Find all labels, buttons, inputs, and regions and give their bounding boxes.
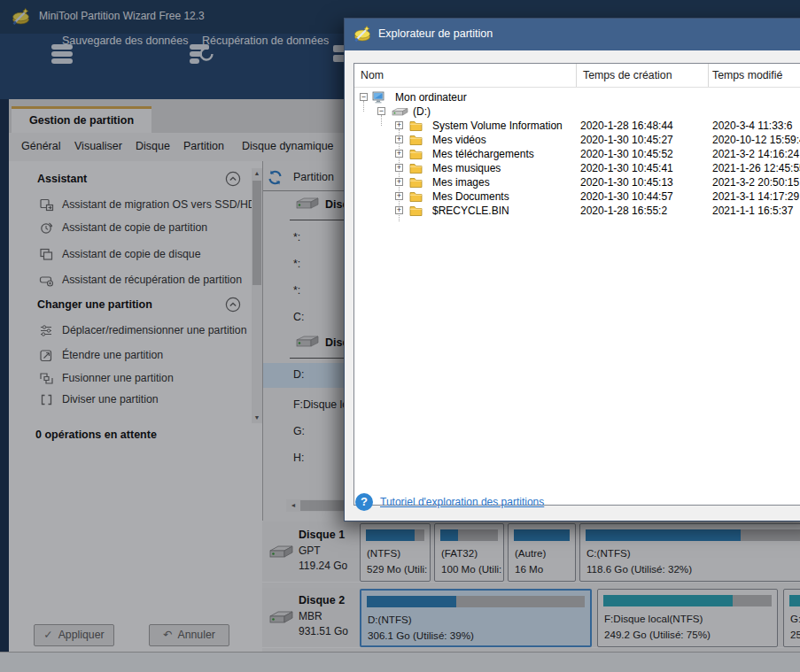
expand-toggle[interactable]: + <box>395 121 403 129</box>
tree-label: Mes musiques <box>432 162 501 174</box>
expand-toggle[interactable]: + <box>395 150 403 158</box>
expand-toggle[interactable]: + <box>395 206 403 214</box>
tree-row-folder[interactable]: + Mes musiques 2020-1-30 10:45:41 2021-1… <box>354 161 800 175</box>
modified-time: 2020-3-4 11:33:6 <box>712 120 793 132</box>
created-time: 2020-1-28 16:55:2 <box>580 205 667 217</box>
tree-label: Mes vidéos <box>432 134 486 146</box>
modified-time: 2020-10-12 15:59:40 <box>712 134 800 146</box>
tree-label: System Volume Information <box>432 120 563 132</box>
folder-icon <box>409 205 423 216</box>
tree-row-drive-d[interactable]: − (D:) <box>354 104 800 119</box>
file-tree-list: Nom Temps de création Temps modifié − Mo… <box>353 63 800 506</box>
expand-toggle[interactable]: + <box>395 192 403 200</box>
created-time: 2020-1-30 10:45:52 <box>580 148 673 160</box>
expand-toggle[interactable]: + <box>395 164 403 172</box>
tree-label: Mes téléchargements <box>432 148 534 160</box>
folder-icon <box>409 163 423 174</box>
dialog-title-bar[interactable]: Explorateur de partition <box>345 19 800 50</box>
partition-explorer-dialog: Explorateur de partition Nom Temps de cr… <box>344 18 800 521</box>
created-time: 2020-1-30 10:45:41 <box>580 162 673 174</box>
column-divider[interactable] <box>708 64 709 87</box>
tree-row-folder[interactable]: + System Volume Information 2020-1-28 16… <box>354 119 800 133</box>
tree-label: Mes images <box>432 176 490 189</box>
help-icon: ? <box>355 493 373 511</box>
folder-icon <box>409 191 423 202</box>
tutorial-link[interactable]: Tutoriel d'exploration des partitions <box>380 496 544 508</box>
divider <box>354 87 800 88</box>
created-time: 2020-1-30 10:45:13 <box>580 176 673 189</box>
created-time: 2020-1-28 16:48:44 <box>580 120 673 132</box>
tree-label: Mes Documents <box>432 190 509 203</box>
wizard-icon <box>353 25 371 42</box>
tree-row-folder[interactable]: + $RECYCLE.BIN 2020-1-28 16:55:2 2021-1-… <box>354 204 800 218</box>
tree-label: Mon ordinateur <box>395 91 467 104</box>
folder-icon <box>409 149 423 159</box>
folder-icon <box>409 120 423 131</box>
folder-icon <box>409 177 423 188</box>
tree-row-folder[interactable]: + Mes vidéos 2020-1-30 10:45:27 2020-10-… <box>354 133 800 147</box>
modified-time: 2021-3-2 20:50:15 <box>712 176 799 189</box>
expand-toggle[interactable]: + <box>395 135 403 143</box>
tree-label: (D:) <box>413 105 431 118</box>
drive-icon <box>391 107 408 117</box>
tree-label: $RECYCLE.BIN <box>432 205 509 217</box>
column-header-modified[interactable]: Temps modifié <box>712 64 782 87</box>
collapse-toggle[interactable]: − <box>377 107 385 115</box>
screen: MiniTool Partition Wizard Free 12.3 Sauv… <box>0 0 800 672</box>
column-header-created[interactable]: Temps de création <box>583 64 672 87</box>
column-divider[interactable] <box>576 64 577 87</box>
folder-icon <box>409 135 423 145</box>
created-time: 2020-1-30 10:44:57 <box>580 190 673 203</box>
tree-row-folder[interactable]: + Mes téléchargements 2020-1-30 10:45:52… <box>354 147 800 161</box>
column-header-name[interactable]: Nom <box>361 64 384 87</box>
dialog-title: Explorateur de partition <box>378 27 493 40</box>
modified-time: 2021-1-1 16:5:37 <box>712 205 793 217</box>
modified-time: 2021-3-1 14:17:29 <box>712 190 799 203</box>
expand-toggle[interactable]: + <box>395 178 403 186</box>
created-time: 2020-1-30 10:45:27 <box>580 134 673 146</box>
modified-time: 2021-1-26 12:45:55 <box>712 162 800 174</box>
computer-icon <box>372 91 386 104</box>
modified-time: 2021-3-2 14:16:24 <box>712 148 799 160</box>
tree-row-folder[interactable]: + Mes images 2020-1-30 10:45:13 2021-3-2… <box>354 175 800 189</box>
tree-row-computer[interactable]: − Mon ordinateur <box>354 90 800 104</box>
collapse-toggle[interactable]: − <box>360 93 368 101</box>
tree-row-folder[interactable]: + Mes Documents 2020-1-30 10:44:57 2021-… <box>354 189 800 204</box>
